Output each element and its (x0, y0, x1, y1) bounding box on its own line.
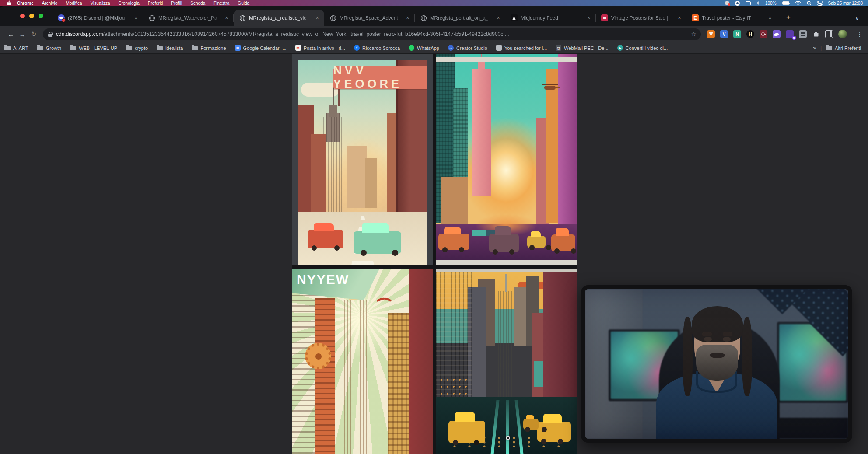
window-controls (20, 14, 43, 18)
grid-extension-icon[interactable] (799, 30, 807, 38)
purple-extension-icon[interactable]: 5 (786, 30, 794, 38)
bookmark-formazione[interactable]: Formazione (192, 45, 226, 51)
tab-close-icon[interactable]: × (766, 15, 774, 21)
apple-icon[interactable] (6, 0, 11, 6)
cloud-extension-icon[interactable] (773, 30, 780, 38)
converter-icon: ▶ (617, 45, 623, 51)
bookmark-idealista[interactable]: idealista (157, 45, 183, 51)
harpa-extension-icon[interactable]: H (746, 30, 754, 38)
minimize-window-button[interactable] (29, 14, 34, 18)
bluetooth-icon[interactable] (756, 0, 760, 6)
menu-items: Chrome Archivio Modifica Visualizza Cron… (17, 1, 249, 6)
tab-portrait[interactable]: MRregista_portrait_on_a_ × (415, 10, 505, 26)
bookmark-creator-studio[interactable]: ∞Creator Studio (448, 45, 487, 51)
tab-close-icon[interactable]: × (314, 15, 321, 21)
midjourney-grid-image[interactable]: NVV YEOORE (292, 54, 577, 454)
bookmark-you-searched[interactable]: You searched for l... (496, 45, 547, 51)
menu-item-finestra[interactable]: Finestra (214, 1, 229, 6)
spotlight-icon[interactable] (807, 0, 812, 6)
bookmark-google-calendar[interactable]: 31Google Calendar -... (235, 45, 287, 51)
tab-close-icon[interactable]: × (223, 15, 230, 21)
extensions-puzzle-icon[interactable] (812, 30, 820, 38)
bookmark-growth[interactable]: Growth (37, 45, 61, 51)
menu-item-scheda[interactable]: Scheda (190, 1, 205, 6)
creator-studio-icon: ∞ (448, 45, 454, 51)
image-border (436, 260, 577, 265)
tab-vintage-posters[interactable]: Vintage Posters for Sale | × (596, 10, 686, 26)
tab-close-icon[interactable]: × (676, 15, 683, 21)
bookmark-crypto[interactable]: crypto (126, 45, 148, 51)
folder-icon (4, 46, 10, 50)
screen-recording-icon[interactable] (725, 1, 729, 5)
bookmark-web-level-up[interactable]: WEB - LEVEL-UP (70, 45, 117, 51)
bookmark-star-icon[interactable]: ☆ (691, 31, 696, 38)
globe-favicon (329, 14, 336, 21)
green-n-extension-icon[interactable]: N (733, 30, 741, 38)
back-button[interactable]: ← (5, 28, 17, 40)
screen: Chrome Archivio Modifica Visualizza Cron… (0, 0, 868, 454)
menu-item-guida[interactable]: Guida (238, 1, 249, 6)
bookmark-whatsapp[interactable]: WhatsApp (409, 45, 439, 51)
bookmark-facebook[interactable]: fRiccardo Scrocca (354, 45, 400, 51)
display-icon[interactable] (746, 1, 751, 5)
bookmarks-overflow-icon[interactable]: » (813, 45, 816, 51)
menu-item-cronologia[interactable]: Cronologia (118, 1, 139, 6)
extension-badge: 5 (792, 36, 796, 40)
onedrive-icon[interactable] (735, 1, 740, 6)
bookmark-label: idealista (165, 45, 183, 51)
empire-state-setback (326, 113, 340, 142)
menu-item-visualizza[interactable]: Visualizza (91, 1, 110, 6)
menu-item-chrome[interactable]: Chrome (17, 1, 34, 6)
forward-button[interactable]: → (17, 28, 28, 40)
tab-realistic-view-active[interactable]: MRregista_a_realistic_vie × (234, 10, 324, 26)
tab-etsy[interactable]: E Travel poster - Etsy IT × (686, 10, 777, 26)
helicopter (544, 86, 556, 90)
battery-percent: 100% (765, 1, 777, 6)
folder-icon (37, 46, 43, 50)
teal-pipes (534, 361, 546, 387)
profile-avatar[interactable] (838, 30, 847, 38)
menu-item-profili[interactable]: Profili (171, 1, 182, 6)
bookmark-gmail[interactable]: MPosta in arrivo - ri... (295, 45, 345, 51)
password-key-extension-icon[interactable] (760, 30, 767, 38)
sidebar-toggle-icon[interactable] (825, 30, 833, 38)
empire-state-building (472, 69, 491, 196)
chrome-menu-icon[interactable]: ⋮ (857, 31, 863, 38)
other-bookmarks[interactable]: Altri Preferiti (826, 45, 861, 51)
new-tab-button[interactable]: + (783, 12, 794, 23)
tab-watercolor[interactable]: MRregista_Watercolor_Pa × (143, 10, 234, 26)
tab-space-adventure[interactable]: MRregista_Space_Advent × (324, 10, 415, 26)
tab-close-icon[interactable]: × (133, 15, 140, 21)
bookmark-ai-art[interactable]: AI ART (4, 45, 28, 51)
search-tabs-chevron-icon[interactable]: ∨ (852, 13, 862, 23)
globe-favicon (148, 14, 155, 21)
tab-midjourney-feed[interactable]: Midjourney Feed × (505, 10, 596, 26)
metamask-extension-icon[interactable] (707, 30, 715, 38)
tab-close-icon[interactable]: × (495, 15, 502, 21)
address-bar[interactable]: cdn.discordapp.com/attachments/101351233… (43, 28, 701, 40)
url-path: /attachments/1013512335442333816/1089142… (103, 31, 509, 37)
zoom-window-button[interactable] (38, 14, 43, 18)
lock-icon[interactable] (48, 32, 52, 37)
reload-button[interactable]: ↻ (28, 28, 39, 40)
blue-wallet-extension-icon[interactable]: V (720, 30, 728, 38)
tab-close-icon[interactable]: × (585, 15, 592, 21)
tabs: (2765) Discord | @Midjou × MRregista_Wat… (52, 10, 777, 26)
yellow-taxi (523, 419, 539, 430)
bookmark-webmail-pec[interactable]: @WebMail PEC - De... (556, 45, 608, 51)
menu-clock[interactable]: Sab 25 mar 12:08 (828, 1, 863, 6)
menu-item-archivio[interactable]: Archivio (42, 1, 58, 6)
bookmark-label: Converti i video di... (626, 45, 668, 51)
tab-title: MRregista_Space_Advent (340, 15, 402, 21)
menu-item-modifica[interactable]: Modifica (66, 1, 82, 6)
gmail-icon: M (295, 45, 301, 51)
menu-item-preferiti[interactable]: Preferiti (148, 1, 163, 6)
wifi-icon[interactable] (795, 0, 801, 6)
tab-close-icon[interactable]: × (404, 15, 411, 21)
bookmark-converti-video[interactable]: ▶Converti i video di... (617, 45, 668, 51)
tab-discord[interactable]: (2765) Discord | @Midjou × (52, 10, 143, 26)
building (315, 298, 335, 454)
yellow-taxi (537, 422, 571, 442)
close-window-button[interactable] (20, 14, 25, 18)
control-center-icon[interactable] (817, 0, 822, 6)
